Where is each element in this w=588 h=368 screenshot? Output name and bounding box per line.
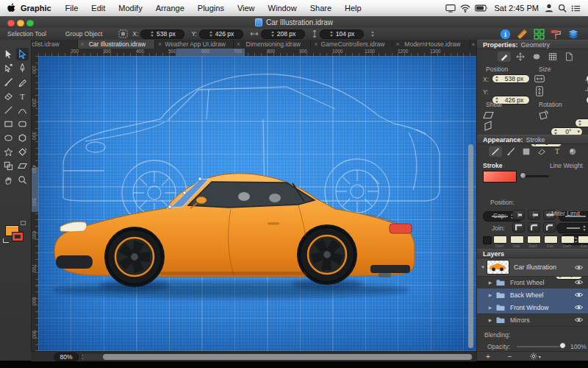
stepper-icon[interactable] [150, 31, 154, 37]
dash-pattern-toggle[interactable] [483, 236, 492, 244]
battery-icon[interactable] [475, 4, 488, 12]
layer-row-mirrors[interactable]: ▶ Mirrors [477, 314, 588, 327]
group-object-label[interactable]: Group Object [60, 30, 109, 38]
dash-field[interactable] [493, 236, 507, 244]
tab-appearance-brush[interactable] [504, 146, 517, 157]
default-colors-icon[interactable] [21, 221, 26, 225]
stroke-width-slider-knob[interactable] [520, 172, 526, 179]
paint-roller-icon[interactable] [551, 29, 562, 40]
display-mirroring-icon[interactable] [445, 4, 456, 13]
gap-field[interactable] [510, 236, 524, 244]
stroke-color-well[interactable] [483, 171, 517, 183]
disclosure-closed-icon[interactable]: ▶ [487, 280, 494, 285]
dash-field[interactable] [527, 236, 541, 244]
tab-appearance-text[interactable]: T [551, 146, 564, 157]
gap-field[interactable] [544, 236, 558, 244]
layer-options-button[interactable]: ▾ [521, 353, 550, 360]
disclosure-closed-icon[interactable]: ▶ [487, 317, 494, 322]
menu-item-share[interactable]: Share [304, 4, 338, 13]
join-bevel-button[interactable] [543, 222, 556, 233]
tab-geometry-table[interactable] [546, 52, 559, 62]
tab-weather-app-ui[interactable]: ×Weather App UI.idraw [155, 40, 234, 49]
tab-overflow-icon[interactable]: » [470, 40, 476, 49]
ruler-tool-icon[interactable] [517, 29, 528, 40]
apple-icon[interactable] [7, 3, 16, 13]
horizontal-scrollbar-thumb[interactable] [103, 354, 472, 360]
menu-item-plugins[interactable]: Plugins [191, 4, 231, 13]
arrowhead-style-dropdown[interactable] [556, 223, 588, 233]
eraser-tool[interactable] [2, 90, 15, 102]
zoom-tool[interactable] [16, 174, 29, 186]
grid-panel-icon[interactable] [534, 29, 545, 40]
notification-center-icon[interactable] [571, 4, 581, 13]
frame-tool[interactable] [2, 160, 15, 172]
arc-tool[interactable] [16, 104, 29, 116]
visibility-eye-icon[interactable] [574, 304, 584, 311]
visibility-eye-icon[interactable] [574, 264, 584, 271]
gap-field[interactable] [578, 236, 588, 244]
tab-appearance-shadow[interactable] [566, 146, 579, 157]
close-tab-icon[interactable]: × [392, 40, 402, 48]
menu-item-view[interactable]: View [231, 4, 262, 13]
disclosure-closed-icon[interactable]: ▶ [487, 305, 494, 310]
tab-modernhouse[interactable]: ×ModernHouse.idraw [392, 40, 470, 49]
menu-item-edit[interactable]: Edit [85, 4, 112, 13]
close-tab-icon[interactable]: × [311, 40, 320, 48]
info-panel-icon[interactable]: i [500, 29, 511, 40]
tab-geometry-shape[interactable] [530, 52, 543, 62]
shear-x-field[interactable]: 0°▾ [575, 118, 588, 127]
polygon-tool[interactable] [16, 132, 29, 144]
star-tool[interactable] [2, 146, 15, 158]
tab-appearance-stroke[interactable] [489, 146, 502, 157]
rounded-rectangle-tool[interactable] [16, 118, 29, 130]
link-dimensions-icon[interactable] [584, 79, 588, 92]
layer-row-car-illustration[interactable]: ▼ Car Illustration [477, 258, 588, 277]
canvas[interactable] [38, 56, 476, 351]
vertical-scrollbar[interactable] [468, 144, 473, 348]
menu-item-window[interactable]: Window [262, 4, 304, 13]
spotlight-search-icon[interactable] [558, 4, 567, 13]
line-tool[interactable] [2, 104, 15, 116]
opacity-slider[interactable] [517, 346, 565, 347]
stepper-icon[interactable] [209, 31, 213, 37]
layer-row-front-wheel[interactable]: ▶ Front Wheel [477, 276, 588, 289]
geometry-x-field[interactable]: 538 px [492, 74, 530, 83]
tab-geometry-transform[interactable] [514, 52, 527, 62]
shear-tool[interactable] [16, 160, 29, 172]
selection-tool[interactable] [2, 48, 15, 60]
cap-round-button[interactable] [528, 210, 540, 220]
tab-dimensioning[interactable]: ×Dimensioning.idraw [234, 40, 312, 49]
pencil-tool[interactable] [16, 76, 29, 88]
rotate-shape-tool[interactable] [16, 146, 29, 158]
join-round-button[interactable] [528, 222, 540, 233]
disclosure-open-icon[interactable]: ▼ [479, 265, 487, 269]
zoom-level-field[interactable]: 80% [54, 353, 79, 361]
hand-tool[interactable] [2, 174, 15, 186]
menu-clock[interactable]: Sat 2:45 PM [492, 4, 540, 13]
stepper-icon[interactable] [370, 31, 375, 37]
swap-colors-icon[interactable] [3, 238, 9, 243]
disclosure-closed-icon[interactable]: ▶ [487, 292, 494, 297]
menu-app-name[interactable]: Graphic [16, 4, 59, 13]
remove-layer-button[interactable]: − [499, 353, 521, 361]
text-tool[interactable]: T [16, 90, 29, 102]
layer-row-front-window[interactable]: ▶ Front Window [477, 301, 588, 314]
menu-item-file[interactable]: File [59, 4, 85, 13]
tab-geometry-pen[interactable] [498, 52, 511, 62]
pen-tool[interactable] [16, 62, 29, 74]
tab-appearance-eraser[interactable] [535, 146, 548, 157]
visibility-eye-icon[interactable] [574, 279, 584, 286]
stepper-icon[interactable] [329, 31, 334, 37]
dash-field[interactable] [561, 236, 575, 244]
menu-item-modify[interactable]: Modify [112, 4, 148, 13]
rectangle-tool[interactable] [2, 118, 15, 130]
join-miter-button[interactable] [512, 222, 525, 233]
close-tab-icon[interactable]: × [155, 40, 165, 48]
layer-row-back-wheel[interactable]: ▶ Back Wheel [477, 289, 588, 302]
menu-item-help[interactable]: Help [338, 4, 368, 13]
alignment-grid-icon[interactable] [118, 29, 128, 38]
width-field[interactable]: 208 px [261, 29, 305, 39]
menu-item-arrange[interactable]: Arrange [149, 4, 191, 13]
y-position-field[interactable]: 426 px [199, 29, 243, 39]
group-selection-tool[interactable] [2, 62, 15, 74]
